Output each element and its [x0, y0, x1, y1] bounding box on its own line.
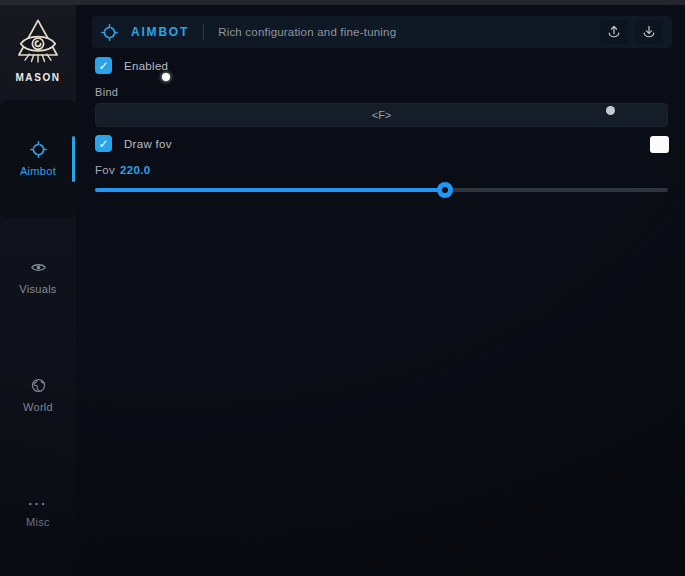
check-icon: ✓ — [98, 137, 108, 149]
download-icon — [641, 24, 657, 40]
sidebar-item-label: Visuals — [19, 283, 56, 295]
upload-config-button[interactable] — [600, 20, 628, 44]
fov-slider-handle[interactable] — [437, 182, 453, 198]
sidebar-item-label: World — [23, 401, 53, 413]
window-top-edge — [0, 0, 685, 5]
sidebar-item-aimbot[interactable]: Aimbot — [0, 100, 76, 218]
upload-icon — [606, 24, 622, 40]
page-title: AIMBOT — [131, 25, 189, 39]
ellipsis-icon: ··· — [29, 499, 48, 509]
fov-slider-fill — [95, 188, 445, 192]
bind-label: Bind — [95, 86, 118, 98]
check-icon: ✓ — [98, 59, 108, 71]
eye-pyramid-icon — [12, 14, 64, 70]
fov-value: 220.0 — [120, 164, 150, 176]
fov-label-row: Fov220.0 — [95, 164, 150, 176]
page-subtitle: Rich configuration and fine-tuning — [218, 26, 396, 38]
draw-fov-label: Draw fov — [124, 138, 172, 150]
download-config-button[interactable] — [635, 20, 663, 44]
active-tab-indicator — [72, 136, 75, 182]
header-divider — [203, 24, 204, 40]
draw-fov-checkbox[interactable]: ✓ — [95, 135, 112, 152]
sidebar-item-visuals[interactable]: Visuals — [0, 218, 76, 336]
app-logo: MASON — [0, 14, 76, 83]
sidebar: MASON Aimbot Visuals — [0, 5, 76, 576]
globe-icon — [30, 377, 47, 394]
enabled-row: ✓ Enabled — [95, 57, 168, 74]
fov-label: Fov — [95, 164, 115, 176]
sidebar-nav: Aimbot Visuals World ··· — [0, 100, 76, 572]
fov-color-swatch[interactable] — [650, 136, 669, 153]
sidebar-item-misc[interactable]: ··· Misc — [0, 454, 76, 572]
bind-key-button[interactable]: <F> — [95, 103, 668, 127]
app-window: MASON Aimbot Visuals — [0, 0, 685, 576]
app-title: MASON — [15, 72, 60, 83]
indicator-dot — [606, 106, 615, 115]
bind-key-value: <F> — [372, 109, 392, 121]
draw-fov-row: ✓ Draw fov — [95, 135, 172, 152]
crosshair-icon — [30, 141, 47, 158]
sidebar-item-label: Aimbot — [20, 165, 56, 177]
page-header: AIMBOT Rich configuration and fine-tunin… — [92, 16, 672, 48]
eye-icon — [30, 259, 47, 276]
mouse-cursor-dot — [162, 73, 170, 81]
enabled-checkbox[interactable]: ✓ — [95, 57, 112, 74]
crosshair-icon — [101, 24, 118, 41]
enabled-label: Enabled — [124, 60, 168, 72]
fov-slider[interactable] — [95, 188, 668, 192]
sidebar-item-world[interactable]: World — [0, 336, 76, 454]
sidebar-item-label: Misc — [26, 516, 50, 528]
